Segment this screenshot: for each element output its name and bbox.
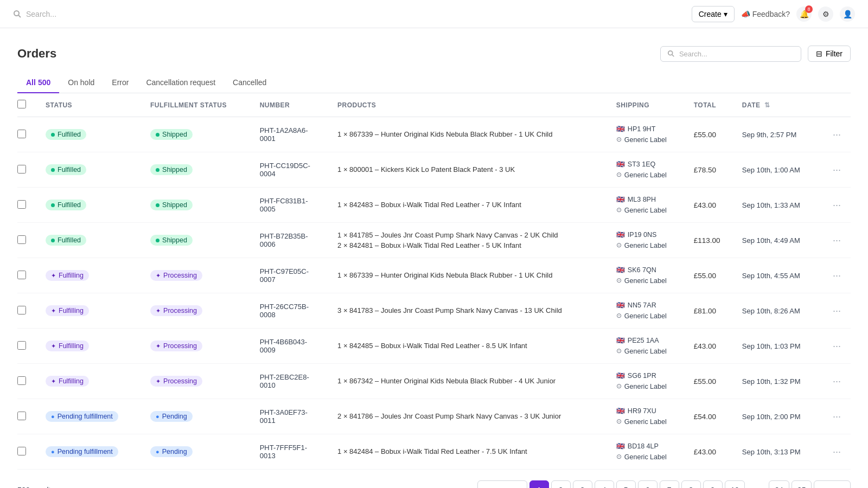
row-actions-cell: ··· [823,223,851,258]
row-more-button[interactable]: ··· [829,128,844,142]
order-number: PHT-26CC75B- 0008 [260,303,309,319]
page-button-3[interactable]: 3 [573,480,592,488]
page-button-4[interactable]: 4 [595,480,614,488]
page-title: Orders [17,47,56,61]
page-ellipsis: ... [747,480,767,488]
tab-on-hold[interactable]: On hold [59,73,103,93]
products-cell: 1 × 800001 – Kickers Kick Lo Patent Blac… [331,152,610,188]
fulfillment-status-cell: ● Pending [144,434,253,470]
tab-error[interactable]: Error [103,73,137,93]
row-more-button[interactable]: ··· [829,375,844,388]
row-checkbox[interactable] [17,130,26,138]
row-more-button[interactable]: ··· [829,269,844,282]
page-button-24[interactable]: 24 [769,480,789,488]
tab-cancelled[interactable]: Cancelled [224,73,275,93]
next-page-button[interactable]: Next » [814,480,851,488]
date-cell: Sep 10th, 2:00 PM [736,399,823,434]
fulfillment-badge: ● Pending [150,411,193,422]
order-number: PHT-4B6B043- 0009 [260,338,307,354]
header-actions: Search... ⊟ Filter [660,46,851,62]
status-badge: Fulfilled [46,129,86,140]
filter-button[interactable]: ⊟ Filter [808,46,851,62]
page-button-9[interactable]: 9 [703,480,723,488]
global-search[interactable]: Search... [13,10,56,18]
order-number-cell[interactable]: PHT-7FFF5F1- 0013 [253,434,331,470]
total-cell: £54.00 [687,399,736,434]
total-cell: £55.00 [687,364,736,399]
status-cell: Fulfilled [39,117,144,152]
prev-page-button[interactable]: « Previous [477,480,527,488]
shipping-cell: 🇬🇧 IP19 0NS ⊙ Generic Label [610,223,687,258]
table-row: Fulfilled Shipped PHT-CC19D5C- 0004 1 × … [17,152,851,188]
row-more-button[interactable]: ··· [829,304,844,318]
settings-icon[interactable]: ⚙ [818,7,833,22]
order-number-cell[interactable]: PHT-C97E05C- 0007 [253,258,331,293]
row-more-button[interactable]: ··· [829,198,844,212]
row-more-button[interactable]: ··· [829,234,844,247]
total-cell: £78.50 [687,152,736,188]
row-checkbox[interactable] [17,306,26,314]
svg-point-0 [14,11,19,16]
order-number-cell[interactable]: PHT-26CC75B- 0008 [253,293,331,329]
order-number-cell[interactable]: PHT-3A0EF73- 0011 [253,399,331,434]
user-avatar[interactable]: 👤 [840,7,855,22]
row-checkbox[interactable] [17,341,26,350]
orders-search[interactable]: Search... [660,46,801,62]
order-number-cell[interactable]: PHT-FC831B1- 0005 [253,188,331,223]
feedback-button[interactable]: 📣 Feedback? [741,10,790,18]
fulfillment-status-cell: Shipped [144,223,253,258]
orders-search-icon [667,50,675,57]
order-number-cell[interactable]: PHT-CC19D5C- 0004 [253,152,331,188]
main-content: Orders Search... ⊟ Filter All500 On hold… [0,28,868,488]
fulfillment-status-cell: Shipped [144,188,253,223]
row-more-button[interactable]: ··· [829,339,844,353]
status-cell: ✦ Fulfilling [39,364,144,399]
page-button-6[interactable]: 6 [638,480,658,488]
orders-search-placeholder: Search... [679,50,707,58]
order-number-cell[interactable]: PHT-B72B35B- 0006 [253,223,331,258]
fulfillment-badge: Shipped [150,200,193,210]
page-button-7[interactable]: 7 [660,480,679,488]
status-badge: ● Pending fulfillment [46,411,118,422]
page-button-25[interactable]: 25 [792,480,812,488]
row-more-button[interactable]: ··· [829,163,844,177]
order-number: PHT-FC831B1- 0005 [260,197,308,213]
order-number-cell[interactable]: PHT-4B6B043- 0009 [253,329,331,364]
col-date[interactable]: DATE ⇅ [736,93,823,117]
order-number-cell[interactable]: PHT-1A2A8A6- 0001 [253,117,331,152]
page-button-8[interactable]: 8 [681,480,701,488]
row-checkbox[interactable] [17,412,26,420]
fulfillment-status-cell: Shipped [144,117,253,152]
shipping-cell: 🇬🇧 HR9 7XU ⊙ Generic Label [610,399,687,434]
fulfillment-badge: ✦ Processing [150,305,202,316]
date-cell: Sep 10th, 1:33 AM [736,188,823,223]
row-checkbox[interactable] [17,165,26,174]
row-checkbox[interactable] [17,200,26,209]
page-button-2[interactable]: 2 [551,480,571,488]
status-badge: ✦ Fulfilling [46,305,89,316]
tab-cancellation[interactable]: Cancellation request [137,73,224,93]
status-cell: ● Pending fulfillment [39,434,144,470]
row-more-button[interactable]: ··· [829,410,844,423]
order-tabs: All500 On hold Error Cancellation reques… [17,73,851,93]
fulfillment-badge: ✦ Processing [150,341,202,351]
notification-badge: 8 [805,5,813,13]
page-button-1[interactable]: 1 [529,480,549,488]
row-more-button[interactable]: ··· [829,445,844,459]
tab-all[interactable]: All500 [17,73,59,93]
fulfillment-badge: Shipped [150,235,193,246]
fulfillment-status-cell: ✦ Processing [144,258,253,293]
select-all-checkbox[interactable] [17,100,26,108]
notifications-button[interactable]: 🔔 8 [796,7,812,22]
page-button-10[interactable]: 10 [725,480,745,488]
col-number: NUMBER [253,93,331,117]
row-checkbox[interactable] [17,447,26,455]
create-button[interactable]: Create ▾ [692,6,735,22]
row-checkbox[interactable] [17,271,26,279]
order-number-cell[interactable]: PHT-2EBC2E8- 0010 [253,364,331,399]
order-number: PHT-2EBC2E8- 0010 [260,373,309,389]
page-button-5[interactable]: 5 [616,480,636,488]
shipping-cell: 🇬🇧 NN5 7AR ⊙ Generic Label [610,293,687,329]
row-checkbox[interactable] [17,235,26,244]
row-checkbox[interactable] [17,376,26,385]
